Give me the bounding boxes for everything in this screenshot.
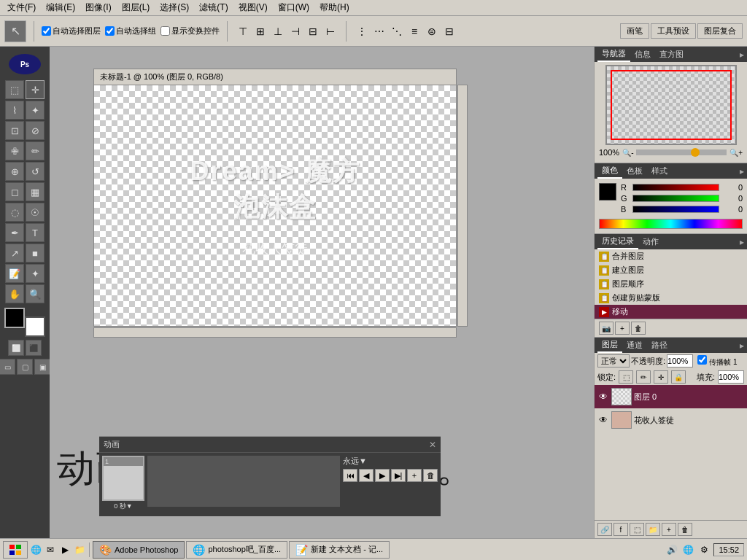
styles-tab[interactable]: 样式 [647,164,672,178]
new-layer-btn[interactable]: + [662,523,676,536]
show-transform-check[interactable]: 显示变换控件 [160,26,220,36]
marquee-tool[interactable]: ⬚ [5,80,24,99]
notes-tool[interactable]: 📝 [5,264,24,283]
tray-icon-1[interactable]: 🔊 [665,543,678,556]
standard-mode[interactable]: ⬜ [8,340,24,356]
layers-tab[interactable]: 图层 [597,338,622,353]
quick-mask-mode[interactable]: ⬛ [26,340,42,356]
history-tab[interactable]: 历史记录 [597,234,638,249]
tool-preset-tab[interactable]: 工具预设 [651,23,696,39]
background-color[interactable] [25,316,45,337]
tray-icon-3[interactable]: ⚙ [697,543,711,556]
layer-item-0[interactable]: 👁 图层 0 [595,385,747,408]
ie-icon[interactable]: 🌐 [29,543,42,556]
paths-tab[interactable]: 路径 [647,338,672,352]
canvas-hscroll[interactable] [93,327,457,338]
auto-select-group-checkbox[interactable] [105,26,115,36]
notepad-taskbar-btn[interactable]: 📝 新建 文本文档 - 记... [289,541,390,559]
color-spectrum[interactable] [599,219,743,229]
next-frame-btn[interactable]: ▶| [391,469,406,482]
type-tool[interactable]: T [26,223,44,242]
align-hcenter-icon[interactable]: ⊟ [305,23,321,39]
zoom-in-icon[interactable]: 🔍+ [729,149,743,157]
layer-item-1[interactable]: 👁 花收人签徒 [595,408,747,432]
shape-tool[interactable]: ■ [26,244,44,262]
heal-tool[interactable]: ✙ [5,141,24,160]
red-value[interactable]: 0 [722,183,743,192]
propagate-checkbox[interactable] [697,355,707,365]
screen-mode-1[interactable]: ▭ [0,359,15,375]
menu-image[interactable]: 图像(I) [81,0,115,15]
go-first-btn[interactable]: ⏮ [343,469,357,482]
magic-wand-tool[interactable]: ✦ [26,101,44,120]
history-item-4[interactable]: ▶ 移动 [595,305,747,319]
browser-taskbar-btn[interactable]: 🌐 photoshop吧_百度... [186,541,287,559]
prev-frame-btn[interactable]: ◀ [359,469,374,482]
navigator-tab[interactable]: 导航器 [597,47,630,62]
menu-window[interactable]: 窗口(W) [274,0,314,15]
layer-comp-tab[interactable]: 图层复合 [697,23,743,39]
red-slider[interactable] [632,184,719,191]
new-group-btn[interactable]: 📁 [646,523,660,536]
history-item-2[interactable]: 📋 图层顺序 [595,277,747,291]
layer-eye-1[interactable]: 👁 [597,414,609,426]
menu-layer[interactable]: 图层(L) [117,0,155,15]
layer-mask-btn[interactable]: ⬚ [630,523,644,536]
zoom-tool[interactable]: 🔍 [26,284,44,303]
layers-menu-icon[interactable]: ▸ [740,341,744,351]
move-tool[interactable]: ✛ [26,80,44,99]
color-menu-icon[interactable]: ▸ [740,166,744,176]
gradient-tool[interactable]: ▦ [26,182,44,201]
play-btn[interactable]: ▶ [375,469,390,482]
align-vcenter-icon[interactable]: ⊞ [252,23,268,39]
dist3-icon[interactable]: ⋱ [389,23,405,39]
zoom-out-icon[interactable]: 🔍- [622,149,633,157]
move-tool-btn[interactable]: ↖ [4,20,26,42]
dist6-icon[interactable]: ⊟ [441,23,457,39]
channels-tab[interactable]: 通道 [622,338,647,352]
blue-value[interactable]: 0 [722,205,743,214]
lasso-tool[interactable]: ⌇ [5,101,24,120]
auto-select-group-check[interactable]: 自动选择组 [105,26,156,36]
history-snapshot-btn[interactable]: 📷 [599,322,614,335]
nav-red-box[interactable] [611,70,732,140]
navigator-menu-icon[interactable]: ▸ [740,50,744,60]
brush-tool[interactable]: ✏ [26,141,44,160]
dist2-icon[interactable]: ⋯ [371,23,387,39]
email-icon[interactable]: ✉ [44,543,57,556]
blend-mode-select[interactable]: 正常 [597,354,630,368]
history-menu-icon[interactable]: ▸ [740,237,744,247]
eraser-tool[interactable]: ◻ [5,182,24,201]
stamp-tool[interactable]: ⊕ [5,162,24,181]
media-icon[interactable]: ▶ [58,543,71,556]
history-item-0[interactable]: 📋 合并图层 [595,249,747,263]
history-del-btn[interactable]: 🗑 [631,322,646,335]
info-tab[interactable]: 信息 [630,47,655,61]
menu-view[interactable]: 视图(V) [234,0,272,15]
hand-tool[interactable]: ✋ [5,284,24,303]
align-bottom-icon[interactable]: ⊥ [270,23,286,39]
swatches-tab[interactable]: 色板 [622,164,647,178]
lock-transparent-btn[interactable]: ⬚ [619,370,633,384]
menu-edit[interactable]: 编辑(E) [42,0,80,15]
menu-help[interactable]: 帮助(H) [315,0,354,15]
slice-tool[interactable]: ⊘ [26,121,44,140]
history-brush-tool[interactable]: ↺ [26,162,44,181]
new-frame-btn[interactable]: + [407,469,422,482]
color-foreground-swatch[interactable] [599,183,616,201]
opacity-input[interactable] [667,354,693,368]
green-slider[interactable] [632,195,719,202]
blur-tool[interactable]: ◌ [5,203,24,222]
fill-input[interactable] [718,370,744,384]
align-left-icon[interactable]: ⊣ [287,23,303,39]
zoom-slider[interactable] [636,149,727,155]
color-tab[interactable]: 颜色 [597,163,622,179]
animation-panel-close[interactable]: ✕ [429,440,436,450]
history-item-1[interactable]: 📋 建立图层 [595,263,747,277]
loop-label[interactable]: 永远▼ [343,456,367,467]
photoshop-taskbar-btn[interactable]: 🎨 Adobe Photoshop [93,541,185,559]
dist5-icon[interactable]: ⊜ [424,23,440,39]
del-layer-btn[interactable]: 🗑 [678,523,692,536]
green-value[interactable]: 0 [722,194,743,203]
tray-icon-2[interactable]: 🌐 [681,543,694,556]
